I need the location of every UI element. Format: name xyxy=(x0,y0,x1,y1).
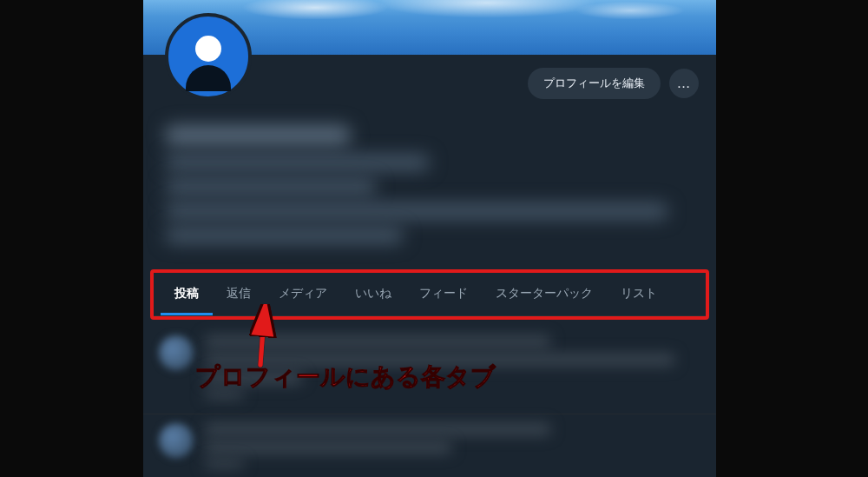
avatar[interactable] xyxy=(165,13,252,100)
post-text-blurred xyxy=(204,335,551,348)
bio-line-blurred xyxy=(165,179,377,195)
post-action-blurred xyxy=(204,460,244,468)
tab-posts[interactable]: 投稿 xyxy=(161,273,213,315)
tab-media[interactable]: メディア xyxy=(265,273,341,315)
bio-line-blurred xyxy=(165,203,668,219)
avatar-placeholder-body xyxy=(186,65,231,91)
post-content-blurred xyxy=(204,423,700,474)
post-text-blurred xyxy=(204,441,452,454)
profile-tabs: 投稿 返信 メディア いいね フィード スターターパック リスト xyxy=(154,273,706,316)
profile-bio xyxy=(143,99,716,265)
tab-starter-packs[interactable]: スターターパック xyxy=(482,273,607,315)
post-avatar-blurred xyxy=(159,335,194,370)
post-text-blurred xyxy=(204,423,551,435)
tab-lists[interactable]: リスト xyxy=(607,273,671,315)
bio-line-blurred xyxy=(165,155,430,170)
post-content-blurred xyxy=(204,335,700,405)
post-action-blurred xyxy=(204,390,244,399)
tab-likes[interactable]: いいね xyxy=(341,273,405,315)
bio-line-blurred xyxy=(165,228,404,243)
tabs-highlight-box: 投稿 返信 メディア いいね フィード スターターパック リスト xyxy=(150,269,709,320)
post-item[interactable] xyxy=(143,327,716,414)
edit-profile-button[interactable]: プロフィールを編集 xyxy=(528,68,661,99)
posts-feed xyxy=(143,320,716,477)
tab-replies[interactable]: 返信 xyxy=(213,273,265,315)
display-name-blurred xyxy=(165,125,351,146)
post-item[interactable] xyxy=(143,414,716,477)
more-options-button[interactable]: … xyxy=(669,69,699,98)
profile-page: プロフィールを編集 … 投稿 返信 メディア いいね フィード スターターパック… xyxy=(143,0,716,477)
tab-feeds[interactable]: フィード xyxy=(405,273,482,315)
post-text-blurred xyxy=(204,372,303,384)
avatar-placeholder-head xyxy=(195,36,221,62)
post-text-blurred xyxy=(204,354,675,366)
post-avatar-blurred xyxy=(159,423,194,458)
